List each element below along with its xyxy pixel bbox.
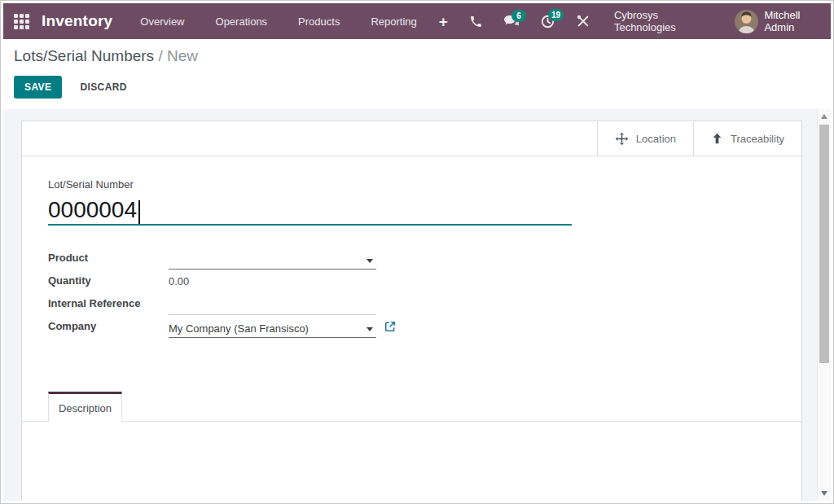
breadcrumb-separator: / (154, 47, 167, 64)
menu-products[interactable]: Products (298, 15, 340, 28)
vertical-scrollbar (817, 109, 831, 501)
breadcrumb-current: New (167, 47, 198, 64)
quantity-label: Quantity (48, 274, 169, 288)
lot-serial-label: Lot/Serial Number (48, 178, 801, 191)
form-statusbar: Location Traceability (22, 121, 801, 156)
field-row-internal-reference: Internal Reference (48, 292, 801, 315)
tab-bar: Description (22, 392, 801, 422)
company-label: Company (48, 320, 169, 334)
menu-overview[interactable]: Overview (140, 15, 184, 28)
user-menu[interactable]: Mitchell Admin (735, 9, 820, 33)
tools-icon[interactable] (577, 15, 590, 28)
discard-button[interactable]: DISCARD (75, 76, 131, 99)
field-row-quantity: Quantity 0.00 (48, 270, 801, 292)
field-row-company: Company My Company (San Fransisco) (48, 315, 801, 338)
location-button-label: Location (636, 133, 676, 145)
lot-serial-input[interactable]: 0000004 (48, 195, 572, 226)
field-group: Product Quantity 0.00 Internal Refer (48, 247, 801, 338)
product-input[interactable] (169, 252, 376, 270)
scrollbar-thumb[interactable] (819, 125, 829, 363)
arrow-up-icon (711, 132, 723, 145)
chevron-down-icon[interactable] (367, 327, 373, 331)
external-link-icon[interactable] (384, 321, 401, 332)
user-avatar (735, 10, 758, 33)
breadcrumb: Lots/Serial Numbers / New (14, 47, 198, 65)
activities-icon[interactable]: 19 (541, 15, 555, 28)
internal-reference-label: Internal Reference (48, 297, 169, 311)
scroll-down-arrow[interactable] (821, 491, 827, 496)
quick-create-icon[interactable]: + (439, 14, 448, 29)
odoo-window: Inventory Overview Operations Products R… (0, 0, 834, 504)
app-name[interactable]: Inventory (42, 12, 112, 30)
save-button[interactable]: SAVE (14, 76, 62, 99)
company-switcher[interactable]: Cybrosys Technologies (614, 9, 709, 33)
menu-operations[interactable]: Operations (216, 15, 268, 28)
menu-reporting[interactable]: Reporting (371, 15, 416, 28)
notebook: Description (22, 392, 801, 503)
form-action-buttons: SAVE DISCARD (14, 76, 132, 99)
internal-reference-input[interactable] (169, 297, 376, 315)
systray: + 6 19 Cybrosys Technologies Mitchell Ad… (417, 9, 820, 33)
move-icon (615, 132, 629, 146)
messages-icon[interactable]: 6 (504, 15, 519, 28)
main-menu: Overview Operations Products Reporting (140, 15, 416, 28)
tab-description[interactable]: Description (48, 392, 122, 422)
field-row-product: Product (48, 247, 801, 270)
lot-serial-value: 0000004 (48, 196, 137, 224)
text-cursor (138, 200, 140, 224)
messages-badge: 6 (511, 10, 526, 22)
traceability-button[interactable]: Traceability (693, 121, 801, 156)
user-name: Mitchell Admin (764, 9, 820, 33)
location-button[interactable]: Location (597, 121, 693, 156)
quantity-value: 0.00 (169, 275, 376, 287)
apps-menu-icon[interactable] (14, 14, 29, 29)
scroll-up-arrow[interactable] (821, 114, 827, 119)
form-sheet: Location Traceability Lot/Serial Number … (21, 121, 802, 501)
activities-badge: 19 (548, 9, 564, 21)
content-area: Location Traceability Lot/Serial Number … (3, 109, 831, 501)
sheet-body: Lot/Serial Number 0000004 Product (22, 156, 801, 338)
description-tab-content[interactable] (22, 422, 801, 503)
chevron-down-icon[interactable] (367, 259, 373, 263)
top-navbar: Inventory Overview Operations Products R… (3, 3, 831, 39)
product-label: Product (48, 252, 169, 265)
control-panel: Lots/Serial Numbers / New SAVE DISCARD (3, 39, 831, 109)
traceability-button-label: Traceability (731, 133, 784, 145)
phone-icon[interactable] (470, 15, 482, 28)
company-value: My Company (San Fransisco) (169, 322, 309, 335)
company-input[interactable]: My Company (San Fransisco) (169, 320, 376, 338)
breadcrumb-parent[interactable]: Lots/Serial Numbers (14, 47, 154, 64)
